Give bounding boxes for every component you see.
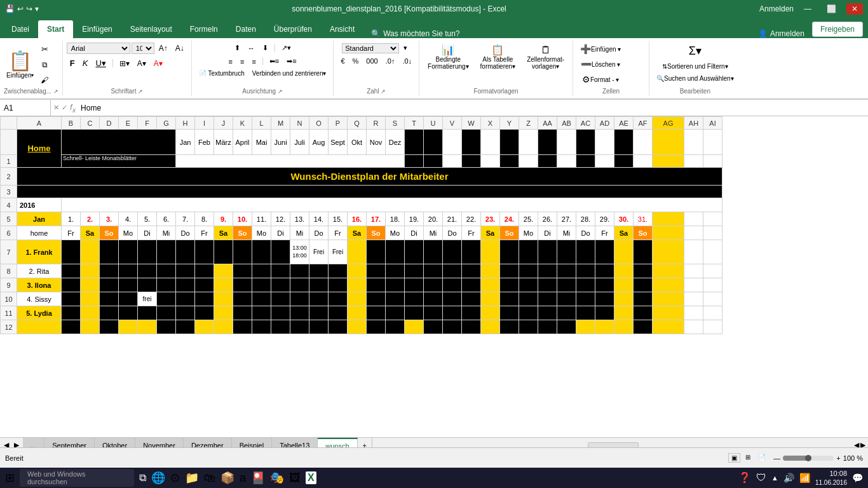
c10-20[interactable] — [424, 292, 443, 306]
wd-Do1[interactable]: Do — [176, 226, 195, 240]
col-header-H[interactable]: H — [176, 117, 195, 130]
format-painter-button[interactable]: 🖌 — [37, 74, 51, 86]
insert-function-icon[interactable]: fx — [70, 102, 76, 114]
indent-inc-button[interactable]: ➡≡ — [283, 55, 299, 67]
cell-AA1[interactable] — [538, 130, 557, 155]
c7-6[interactable] — [157, 240, 176, 264]
c10-5-frei[interactable]: frei — [138, 292, 157, 306]
cell-AD2[interactable] — [595, 155, 614, 168]
c8-23[interactable] — [481, 264, 500, 278]
cell-AG2[interactable] — [653, 155, 684, 168]
col-header-M[interactable]: M — [271, 117, 290, 130]
c7-18[interactable] — [386, 240, 405, 264]
copy-button[interactable]: ⧉ — [37, 58, 51, 71]
cell-A7[interactable]: 1. Frank — [17, 240, 62, 264]
col-header-AA[interactable]: AA — [538, 117, 557, 130]
c7-29[interactable] — [595, 240, 614, 264]
c10-AI[interactable] — [703, 292, 722, 306]
loeschen-zellen-button[interactable]: ➖ Löschen ▾ — [578, 57, 624, 71]
font-size-select[interactable]: 10 — [132, 43, 154, 54]
c8-26[interactable] — [538, 264, 557, 278]
tab-ansicht[interactable]: Ansicht — [321, 20, 363, 38]
redo-icon[interactable]: ↪ — [26, 4, 32, 13]
excel-icon[interactable]: X — [306, 471, 316, 484]
align-top-button[interactable]: ⬆ — [231, 42, 243, 54]
c12-13[interactable] — [290, 320, 309, 334]
c7-27[interactable] — [557, 240, 576, 264]
search-bar[interactable]: Web und Windows durchsuchen — [20, 469, 134, 487]
cell-d23[interactable]: 23. — [481, 212, 500, 226]
c7-19[interactable] — [405, 240, 424, 264]
c7-15-frei[interactable]: Frei — [329, 240, 348, 264]
wd-Di4[interactable]: Di — [538, 226, 557, 240]
c9-2[interactable] — [81, 278, 100, 292]
cell-AI5[interactable] — [703, 212, 722, 226]
c11-6[interactable] — [157, 306, 176, 320]
c9-15[interactable] — [329, 278, 348, 292]
cell-V2[interactable] — [443, 155, 462, 168]
cell-d31[interactable]: 31. — [634, 212, 653, 226]
c8-18[interactable] — [386, 264, 405, 278]
c11-21[interactable] — [443, 306, 462, 320]
c9-AI[interactable] — [703, 278, 722, 292]
amazon-icon[interactable]: a — [240, 471, 246, 485]
c10-18[interactable] — [386, 292, 405, 306]
decimal-inc-button[interactable]: .0↑ — [383, 55, 398, 67]
c7-4[interactable] — [119, 240, 138, 264]
wd-Mi2[interactable]: Mi — [290, 226, 309, 240]
bold-button[interactable]: F — [67, 57, 78, 70]
c8-9[interactable] — [214, 264, 233, 278]
c11-24[interactable] — [500, 306, 519, 320]
speaker-icon[interactable]: 🔊 — [783, 473, 794, 483]
c10-9[interactable] — [214, 292, 233, 306]
wd-Sa1[interactable]: Sa — [81, 226, 100, 240]
c11-20[interactable] — [424, 306, 443, 320]
c10-31[interactable] — [634, 292, 653, 306]
c10-1[interactable] — [62, 292, 81, 306]
wd-Mi1[interactable]: Mi — [157, 226, 176, 240]
normal-view-button[interactable]: ▣ — [728, 453, 740, 463]
wd-Fr4[interactable]: Fr — [462, 226, 481, 240]
c9-7[interactable] — [176, 278, 195, 292]
network-icon[interactable]: 📶 — [799, 473, 810, 483]
photos-icon[interactable]: 🖼 — [289, 471, 301, 485]
c12-9[interactable] — [214, 320, 233, 334]
save-icon[interactable]: 💾 — [5, 4, 15, 13]
cell-V1[interactable] — [443, 130, 462, 155]
number-format-dropdown[interactable]: ▾ — [400, 42, 410, 54]
indent-dec-button[interactable]: ⬅≡ — [266, 55, 282, 67]
c8-7[interactable] — [176, 264, 195, 278]
col-header-B[interactable]: B — [62, 117, 81, 130]
cell-d16[interactable]: 16. — [348, 212, 367, 226]
tab-einfuegen[interactable]: Einfügen — [73, 20, 121, 38]
c8-17[interactable] — [367, 264, 386, 278]
c7-25[interactable] — [519, 240, 538, 264]
c11-13[interactable] — [290, 306, 309, 320]
cell-A4[interactable]: 2016 — [17, 198, 62, 212]
cell-H1[interactable]: Jan — [176, 130, 195, 155]
cell-d22[interactable]: 22. — [462, 212, 481, 226]
font-increase-button[interactable]: A↑ — [156, 42, 171, 55]
wd-Fr3[interactable]: Fr — [329, 226, 348, 240]
c8-AI[interactable] — [703, 264, 722, 278]
cell-AH5[interactable] — [684, 212, 703, 226]
c9-8[interactable] — [195, 278, 214, 292]
col-header-J[interactable]: J — [214, 117, 233, 130]
c8-5[interactable] — [138, 264, 157, 278]
c11-1[interactable] — [62, 306, 81, 320]
cell-d12[interactable]: 12. — [271, 212, 290, 226]
c8-16[interactable] — [348, 264, 367, 278]
anmelden-button[interactable]: 👤 Anmelden — [750, 29, 812, 38]
c9-11[interactable] — [252, 278, 271, 292]
wd-Mo4[interactable]: Mo — [519, 226, 538, 240]
sum-button[interactable]: Σ▾ — [683, 42, 707, 60]
number-format-select[interactable]: Standard — [342, 43, 399, 53]
c9-1[interactable] — [62, 278, 81, 292]
app8-icon[interactable]: 🎭 — [270, 471, 284, 485]
c7-12[interactable] — [271, 240, 290, 264]
c8-14[interactable] — [309, 264, 329, 278]
c10-16[interactable] — [348, 292, 367, 306]
c10-14[interactable] — [309, 292, 329, 306]
c7-2[interactable] — [81, 240, 100, 264]
c7-10[interactable] — [233, 240, 252, 264]
